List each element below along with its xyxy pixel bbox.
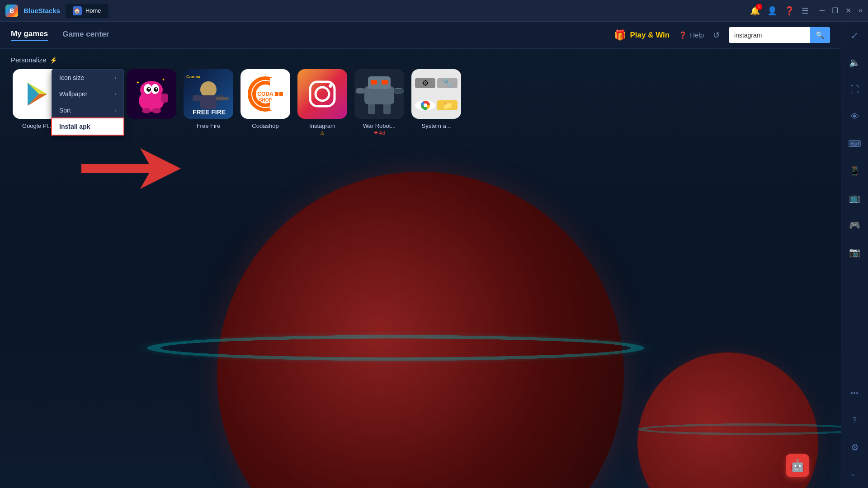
robot-icon: 🤖: [790, 459, 805, 473]
menu-icon[interactable]: ☰: [802, 6, 809, 16]
sidebar-volume-icon[interactable]: 🔈: [847, 54, 863, 70]
svg-point-21: [156, 88, 157, 89]
maximize-button[interactable]: ❐: [832, 6, 838, 15]
help-circle-icon[interactable]: ❓: [784, 6, 794, 16]
menu-install-apk[interactable]: Install apk: [52, 118, 123, 135]
notifications-button[interactable]: 🔔 1: [750, 6, 760, 16]
search-input[interactable]: [729, 28, 810, 42]
search-box: 🔍: [729, 27, 830, 43]
apps-row: Google Pl... Icon size › Wallpaper ›: [11, 69, 803, 136]
sidebar-more-icon[interactable]: •••: [847, 385, 863, 401]
menu-icon-size[interactable]: Icon size ›: [52, 70, 123, 86]
svg-text:Garena: Garena: [186, 75, 201, 79]
sort-arrow: ›: [115, 108, 116, 113]
minimize-button[interactable]: ─: [820, 6, 825, 15]
refresh-button[interactable]: ↺: [713, 30, 720, 40]
personalize-settings-icon[interactable]: ⚡: [50, 56, 57, 64]
system-folder-icon: 📁: [437, 100, 458, 110]
svg-rect-53: [394, 89, 404, 93]
system-gear-icon: 🔧: [437, 78, 458, 88]
right-sidebar: ⤢ 🔈 ⛶ 👁 ⌨ 📱 📺 🎮 📷 ••• ? ⚙ ←: [841, 22, 868, 488]
svg-text:✦: ✦: [136, 80, 140, 85]
svg-rect-30: [193, 95, 202, 101]
app-instagram[interactable]: Instagram ⚠: [296, 69, 349, 136]
window-controls: ─ ❐ ✕ «: [820, 6, 863, 15]
sidebar-keyboard-icon[interactable]: ⌨: [847, 136, 863, 152]
svg-rect-49: [371, 80, 377, 84]
svg-rect-38: [270, 96, 283, 110]
svg-point-43: [329, 84, 332, 88]
svg-rect-51: [356, 88, 364, 94]
robot-fab-button[interactable]: 🤖: [786, 454, 809, 477]
svg-point-24: [152, 108, 161, 113]
menu-wallpaper[interactable]: Wallpaper ›: [52, 86, 123, 102]
home-tab-label: Home: [85, 7, 101, 14]
app-pink-char[interactable]: ✦ ✦: [125, 69, 178, 122]
tab-my-games[interactable]: My games: [11, 29, 48, 41]
app-google-play[interactable]: Google Pl... Icon size › Wallpaper ›: [11, 69, 64, 129]
brand-name: BlueStacks: [24, 7, 60, 14]
svg-point-42: [316, 87, 329, 101]
icon-size-arrow: ›: [115, 75, 116, 80]
search-button[interactable]: 🔍: [810, 27, 830, 43]
collapse-button[interactable]: «: [859, 6, 863, 15]
svg-rect-22: [161, 94, 168, 103]
bluestacks-logo: B: [5, 5, 18, 17]
help-circle-icon2: ❓: [679, 31, 687, 39]
sidebar-tv-icon[interactable]: 📺: [847, 190, 863, 206]
help-label: Help: [690, 31, 704, 39]
context-menu: Icon size › Wallpaper › Sort ›: [52, 69, 124, 135]
nav-bar: My games Game center 🎁 Play & Win ❓ Help…: [0, 22, 841, 49]
tab-game-center[interactable]: Game center: [62, 30, 109, 41]
svg-point-28: [200, 81, 217, 98]
app-system[interactable]: ⚙ 🔧: [410, 69, 463, 129]
planet-large: [217, 172, 624, 488]
apps-section: Personalize ⚡: [0, 49, 814, 143]
sidebar-camera-icon[interactable]: 📷: [847, 244, 863, 260]
sidebar-fullscreen-icon[interactable]: ⛶: [847, 81, 863, 98]
free-fire-icon: Garena FREE FIRE: [184, 69, 233, 119]
codashop-label: Codashop: [252, 122, 278, 129]
pink-char-icon: ✦ ✦: [127, 69, 176, 119]
sidebar-phone-icon[interactable]: 📱: [847, 163, 863, 179]
war-robots-badge: ❤ Ad: [374, 130, 385, 136]
system-chrome-icon: [415, 100, 435, 110]
home-tab-icon: 🏠: [73, 6, 82, 15]
google-play-label: Google Pl...: [22, 122, 53, 129]
sidebar-expand-icon[interactable]: ⤢: [847, 27, 863, 43]
help-button[interactable]: ❓ Help: [679, 31, 704, 39]
close-button[interactable]: ✕: [845, 6, 851, 15]
wallpaper-arrow: ›: [115, 92, 116, 97]
free-fire-label: Free Fire: [197, 122, 221, 129]
title-bar: B BlueStacks 🏠 Home 🔔 1 👤 ❓ ☰ ─ ❐ ✕ «: [0, 0, 868, 22]
wallpaper-label: Wallpaper: [59, 90, 88, 98]
personalize-row: Personalize ⚡: [11, 56, 803, 64]
home-tab[interactable]: 🏠 Home: [66, 4, 108, 18]
play-win-button[interactable]: 🎁 Play & Win: [614, 29, 670, 41]
sidebar-settings-icon[interactable]: ⚙: [847, 439, 863, 455]
menu-sort[interactable]: Sort ›: [52, 102, 123, 118]
svg-rect-29: [200, 95, 217, 109]
codashop-icon: CODA SHOP: [241, 69, 290, 119]
sort-label: Sort: [59, 107, 71, 114]
sidebar-help-icon[interactable]: ?: [847, 412, 863, 428]
instagram-label: Instagram: [309, 122, 335, 129]
instagram-badge: ⚠: [320, 130, 325, 136]
system-settings-icon: ⚙: [415, 78, 435, 88]
sidebar-back-icon[interactable]: ←: [847, 466, 863, 483]
app-codashop[interactable]: CODA SHOP Codashop: [239, 69, 292, 129]
svg-point-23: [142, 108, 151, 113]
instagram-icon: [297, 69, 347, 119]
sidebar-gamepad-icon[interactable]: 🎮: [847, 217, 863, 233]
account-icon[interactable]: 👤: [767, 6, 777, 16]
system-icon: ⚙ 🔧: [411, 69, 461, 119]
app-free-fire[interactable]: Garena FREE FIRE Free Fire: [182, 69, 235, 129]
play-win-label: Play & Win: [630, 31, 670, 40]
app-war-robots[interactable]: War Robot... ❤ Ad: [353, 69, 406, 136]
svg-text:CODA: CODA: [257, 91, 274, 97]
sidebar-eye-icon[interactable]: 👁: [847, 108, 863, 125]
install-apk-label: Install apk: [59, 123, 90, 130]
svg-rect-37: [270, 78, 283, 92]
war-robots-icon: [354, 69, 404, 119]
svg-point-55: [424, 103, 427, 107]
